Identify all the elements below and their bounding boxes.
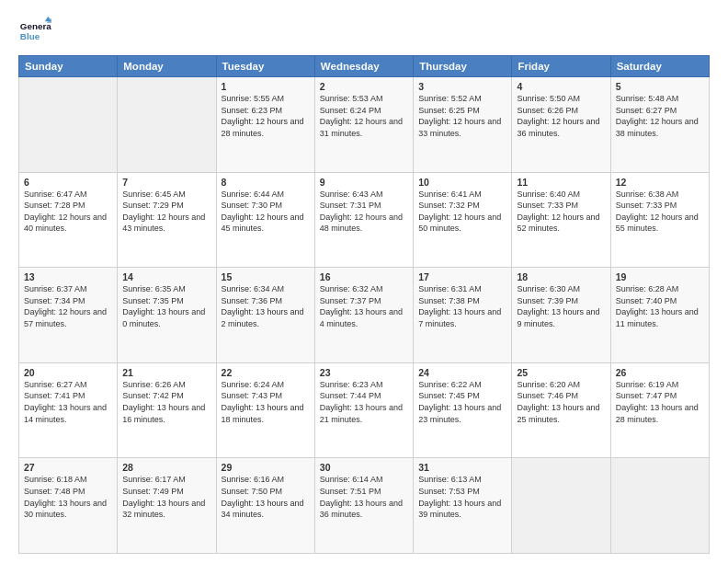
column-header-friday: Friday <box>512 56 610 77</box>
day-info: Sunrise: 6:34 AM Sunset: 7:36 PM Dayligh… <box>222 283 310 329</box>
column-header-tuesday: Tuesday <box>216 56 314 77</box>
day-info: Sunrise: 6:27 AM Sunset: 7:41 PM Dayligh… <box>24 379 112 425</box>
calendar-cell: 13Sunrise: 6:37 AM Sunset: 7:34 PM Dayli… <box>19 268 118 363</box>
day-number: 31 <box>418 462 506 473</box>
column-header-monday: Monday <box>118 56 216 77</box>
calendar-cell: 19Sunrise: 6:28 AM Sunset: 7:40 PM Dayli… <box>610 268 709 363</box>
calendar-cell: 27Sunrise: 6:18 AM Sunset: 7:48 PM Dayli… <box>19 458 118 554</box>
day-info: Sunrise: 6:31 AM Sunset: 7:38 PM Dayligh… <box>418 283 506 329</box>
day-number: 25 <box>517 367 605 378</box>
week-row-3: 13Sunrise: 6:37 AM Sunset: 7:34 PM Dayli… <box>19 268 710 363</box>
calendar-cell: 29Sunrise: 6:16 AM Sunset: 7:50 PM Dayli… <box>216 458 314 554</box>
column-header-saturday: Saturday <box>610 56 709 77</box>
day-number: 14 <box>122 271 210 282</box>
day-info: Sunrise: 6:45 AM Sunset: 7:29 PM Dayligh… <box>122 189 210 235</box>
day-number: 22 <box>222 367 310 378</box>
day-number: 16 <box>320 271 408 282</box>
calendar-cell: 3Sunrise: 5:52 AM Sunset: 6:25 PM Daylig… <box>414 77 512 173</box>
day-info: Sunrise: 6:30 AM Sunset: 7:39 PM Dayligh… <box>517 283 605 329</box>
day-info: Sunrise: 6:37 AM Sunset: 7:34 PM Dayligh… <box>24 283 112 329</box>
day-info: Sunrise: 6:35 AM Sunset: 7:35 PM Dayligh… <box>122 283 210 329</box>
logo: General Blue <box>18 15 51 48</box>
calendar-cell: 24Sunrise: 6:22 AM Sunset: 7:45 PM Dayli… <box>414 362 512 458</box>
day-number: 12 <box>616 177 704 188</box>
week-row-4: 20Sunrise: 6:27 AM Sunset: 7:41 PM Dayli… <box>19 362 710 458</box>
week-row-1: 1Sunrise: 5:55 AM Sunset: 6:23 PM Daylig… <box>19 77 710 173</box>
day-info: Sunrise: 6:43 AM Sunset: 7:31 PM Dayligh… <box>320 189 408 235</box>
calendar-cell <box>19 77 118 173</box>
calendar-cell: 10Sunrise: 6:41 AM Sunset: 7:32 PM Dayli… <box>414 172 512 268</box>
logo-icon: General Blue <box>18 15 51 48</box>
day-info: Sunrise: 6:26 AM Sunset: 7:42 PM Dayligh… <box>122 379 210 425</box>
day-number: 21 <box>122 367 210 378</box>
day-info: Sunrise: 6:47 AM Sunset: 7:28 PM Dayligh… <box>24 189 112 235</box>
day-number: 19 <box>616 271 704 282</box>
day-number: 18 <box>517 271 605 282</box>
calendar-cell: 9Sunrise: 6:43 AM Sunset: 7:31 PM Daylig… <box>314 172 413 268</box>
day-info: Sunrise: 6:24 AM Sunset: 7:43 PM Dayligh… <box>222 379 310 425</box>
calendar-cell: 30Sunrise: 6:14 AM Sunset: 7:51 PM Dayli… <box>314 458 413 554</box>
calendar-cell: 5Sunrise: 5:48 AM Sunset: 6:27 PM Daylig… <box>610 77 709 173</box>
calendar-cell: 11Sunrise: 6:40 AM Sunset: 7:33 PM Dayli… <box>512 172 610 268</box>
day-info: Sunrise: 6:28 AM Sunset: 7:40 PM Dayligh… <box>616 283 704 329</box>
day-number: 24 <box>418 367 506 378</box>
day-number: 20 <box>24 367 112 378</box>
calendar-cell: 28Sunrise: 6:17 AM Sunset: 7:49 PM Dayli… <box>118 458 216 554</box>
day-number: 30 <box>320 462 408 473</box>
day-number: 29 <box>222 462 310 473</box>
calendar-cell <box>118 77 216 173</box>
page-header: General Blue <box>18 15 710 48</box>
day-number: 2 <box>320 81 408 92</box>
calendar-page: General Blue SundayMondayTuesdayWednesda… <box>0 0 728 563</box>
calendar-cell: 1Sunrise: 5:55 AM Sunset: 6:23 PM Daylig… <box>216 77 314 173</box>
day-info: Sunrise: 6:22 AM Sunset: 7:45 PM Dayligh… <box>418 379 506 425</box>
svg-text:Blue: Blue <box>20 31 40 41</box>
calendar-cell: 20Sunrise: 6:27 AM Sunset: 7:41 PM Dayli… <box>19 362 118 458</box>
day-info: Sunrise: 6:14 AM Sunset: 7:51 PM Dayligh… <box>320 474 408 520</box>
day-info: Sunrise: 6:13 AM Sunset: 7:53 PM Dayligh… <box>418 474 506 520</box>
day-number: 1 <box>222 81 310 92</box>
calendar-cell: 12Sunrise: 6:38 AM Sunset: 7:33 PM Dayli… <box>610 172 709 268</box>
calendar-cell: 18Sunrise: 6:30 AM Sunset: 7:39 PM Dayli… <box>512 268 610 363</box>
day-info: Sunrise: 5:50 AM Sunset: 6:26 PM Dayligh… <box>517 93 605 139</box>
day-info: Sunrise: 6:44 AM Sunset: 7:30 PM Dayligh… <box>222 189 310 235</box>
calendar-cell: 15Sunrise: 6:34 AM Sunset: 7:36 PM Dayli… <box>216 268 314 363</box>
day-info: Sunrise: 5:48 AM Sunset: 6:27 PM Dayligh… <box>616 93 704 139</box>
calendar-cell: 14Sunrise: 6:35 AM Sunset: 7:35 PM Dayli… <box>118 268 216 363</box>
day-number: 7 <box>122 177 210 188</box>
day-info: Sunrise: 6:23 AM Sunset: 7:44 PM Dayligh… <box>320 379 408 425</box>
day-number: 11 <box>517 177 605 188</box>
day-number: 13 <box>24 271 112 282</box>
day-info: Sunrise: 6:20 AM Sunset: 7:46 PM Dayligh… <box>517 379 605 425</box>
day-number: 9 <box>320 177 408 188</box>
day-number: 27 <box>24 462 112 473</box>
week-row-5: 27Sunrise: 6:18 AM Sunset: 7:48 PM Dayli… <box>19 458 710 554</box>
calendar-cell: 22Sunrise: 6:24 AM Sunset: 7:43 PM Dayli… <box>216 362 314 458</box>
column-header-wednesday: Wednesday <box>314 56 413 77</box>
calendar-cell: 16Sunrise: 6:32 AM Sunset: 7:37 PM Dayli… <box>314 268 413 363</box>
day-info: Sunrise: 6:32 AM Sunset: 7:37 PM Dayligh… <box>320 283 408 329</box>
calendar-cell <box>610 458 709 554</box>
calendar-cell <box>512 458 610 554</box>
day-number: 17 <box>418 271 506 282</box>
day-info: Sunrise: 6:38 AM Sunset: 7:33 PM Dayligh… <box>616 189 704 235</box>
calendar-cell: 2Sunrise: 5:53 AM Sunset: 6:24 PM Daylig… <box>314 77 413 173</box>
day-info: Sunrise: 5:53 AM Sunset: 6:24 PM Dayligh… <box>320 93 408 139</box>
day-info: Sunrise: 6:16 AM Sunset: 7:50 PM Dayligh… <box>222 474 310 520</box>
calendar-cell: 8Sunrise: 6:44 AM Sunset: 7:30 PM Daylig… <box>216 172 314 268</box>
calendar-cell: 23Sunrise: 6:23 AM Sunset: 7:44 PM Dayli… <box>314 362 413 458</box>
column-header-thursday: Thursday <box>414 56 512 77</box>
calendar-cell: 4Sunrise: 5:50 AM Sunset: 6:26 PM Daylig… <box>512 77 610 173</box>
day-number: 28 <box>122 462 210 473</box>
calendar-cell: 6Sunrise: 6:47 AM Sunset: 7:28 PM Daylig… <box>19 172 118 268</box>
day-number: 8 <box>222 177 310 188</box>
day-info: Sunrise: 6:41 AM Sunset: 7:32 PM Dayligh… <box>418 189 506 235</box>
calendar-cell: 25Sunrise: 6:20 AM Sunset: 7:46 PM Dayli… <box>512 362 610 458</box>
day-info: Sunrise: 5:55 AM Sunset: 6:23 PM Dayligh… <box>222 93 310 139</box>
week-row-2: 6Sunrise: 6:47 AM Sunset: 7:28 PM Daylig… <box>19 172 710 268</box>
column-header-sunday: Sunday <box>19 56 118 77</box>
day-number: 23 <box>320 367 408 378</box>
calendar-cell: 26Sunrise: 6:19 AM Sunset: 7:47 PM Dayli… <box>610 362 709 458</box>
day-number: 15 <box>222 271 310 282</box>
days-header-row: SundayMondayTuesdayWednesdayThursdayFrid… <box>19 56 710 77</box>
